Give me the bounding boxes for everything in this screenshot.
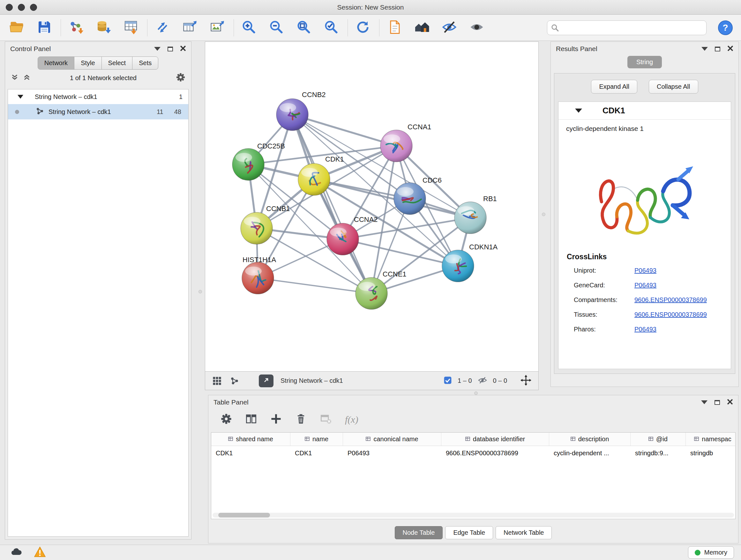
- tab-select[interactable]: Select: [102, 57, 133, 70]
- column-header-namespac[interactable]: namespac: [686, 433, 736, 446]
- network-row-selected[interactable]: String Network – cdk1 11 48: [8, 104, 188, 119]
- table-row[interactable]: CDK1CDK1P064939606.ENSP00000378699cyclin…: [211, 446, 735, 460]
- warnings-button[interactable]: [30, 546, 49, 559]
- copy-document-button[interactable]: [386, 19, 403, 37]
- network-node-CCNE1[interactable]: [355, 277, 387, 309]
- zoom-window-button[interactable]: [30, 4, 37, 11]
- tab-sets[interactable]: Sets: [132, 57, 158, 70]
- network-edge-CCNB2-CCNE1[interactable]: [292, 115, 372, 294]
- network-node-CDC6[interactable]: [394, 183, 426, 214]
- splitter-handle[interactable]: [474, 391, 478, 395]
- float-panel-icon[interactable]: [715, 400, 720, 405]
- network-node-CDK1[interactable]: [298, 164, 330, 195]
- network-collection-row[interactable]: String Network – cdk1 1: [8, 89, 188, 104]
- grid-view-icon[interactable]: [212, 376, 222, 386]
- tab-string[interactable]: String: [627, 56, 662, 68]
- close-panel-icon[interactable]: [180, 45, 186, 53]
- help-button[interactable]: ?: [718, 20, 733, 35]
- network-node-CCNA1[interactable]: [381, 130, 412, 162]
- export-image-button[interactable]: [209, 19, 226, 37]
- table-cell[interactable]: stringdb: [686, 449, 736, 457]
- tab-network[interactable]: Network: [38, 57, 74, 70]
- horizontal-scrollbar[interactable]: [212, 513, 734, 517]
- function-builder-button[interactable]: f(x): [345, 414, 358, 425]
- network-edge-CDK1-RB1[interactable]: [314, 179, 470, 218]
- network-node-CCNB1[interactable]: [241, 212, 273, 244]
- splitter-handle[interactable]: [542, 212, 545, 216]
- network-node-CCNB2[interactable]: [276, 99, 308, 131]
- crosslink-uniprot-link[interactable]: P06493: [634, 267, 657, 274]
- column-header-name[interactable]: name: [290, 433, 343, 446]
- expand-all-button[interactable]: Expand All: [591, 80, 637, 94]
- select-columns-icon[interactable]: [246, 413, 257, 426]
- close-window-button[interactable]: [6, 4, 13, 11]
- show-graphics-button[interactable]: [468, 19, 485, 37]
- tab-network-table[interactable]: Network Table: [495, 526, 552, 539]
- memory-button[interactable]: Memory: [688, 546, 734, 559]
- selected-checkbox-icon[interactable]: [444, 376, 452, 386]
- minimize-window-button[interactable]: [18, 4, 25, 11]
- close-panel-icon[interactable]: [727, 45, 733, 53]
- network-node-RB1[interactable]: [455, 202, 486, 234]
- column-header-canonical-name[interactable]: canonical name: [343, 433, 441, 446]
- import-network-file-button[interactable]: [67, 19, 84, 37]
- table-cell[interactable]: cyclin-dependent ...: [549, 449, 630, 457]
- zoom-in-button[interactable]: [240, 19, 258, 37]
- float-panel-icon[interactable]: [715, 47, 720, 51]
- open-session-button[interactable]: [8, 19, 25, 37]
- column-header--id[interactable]: @id: [630, 433, 686, 446]
- network-node-CCNA2[interactable]: [327, 223, 359, 255]
- tree-expand-icon[interactable]: [17, 95, 23, 99]
- column-header-shared-name[interactable]: shared name: [211, 433, 290, 446]
- collapse-panel-icon[interactable]: [701, 400, 708, 404]
- import-network-database-button[interactable]: [95, 19, 112, 37]
- network-node-CDKN1A[interactable]: [442, 250, 474, 282]
- network-canvas[interactable]: CCNB2CCNA1CDC25BCDK1CDC6RB1CCNB1CCNA2CDK…: [205, 42, 539, 372]
- save-session-button[interactable]: [36, 19, 53, 37]
- network-share-icon[interactable]: [230, 376, 239, 385]
- refresh-layout-button[interactable]: [354, 19, 372, 37]
- float-panel-icon[interactable]: [167, 47, 173, 51]
- export-table-button[interactable]: [181, 19, 199, 37]
- collapse-panel-icon[interactable]: [701, 47, 708, 51]
- tab-style[interactable]: Style: [74, 57, 102, 70]
- hidden-eye-slash-icon[interactable]: [478, 375, 487, 386]
- collapse-all-button[interactable]: Collapse All: [649, 80, 698, 94]
- scrollbar-thumb[interactable]: [218, 513, 270, 517]
- string-home-button[interactable]: [413, 19, 430, 37]
- column-header-description[interactable]: description: [549, 433, 630, 446]
- splitter-handle[interactable]: [199, 290, 202, 294]
- table-cell[interactable]: stringdb:9...: [630, 449, 686, 457]
- crosslink-compartments-link[interactable]: 9606.ENSP00000378699: [634, 296, 707, 304]
- column-header-database-identifier[interactable]: database identifier: [441, 433, 549, 446]
- search-input[interactable]: [547, 20, 706, 35]
- detach-view-button[interactable]: [259, 374, 273, 387]
- tab-node-table[interactable]: Node Table: [395, 526, 443, 539]
- add-column-plus-icon[interactable]: [270, 413, 282, 426]
- cloud-status-button[interactable]: [7, 546, 25, 559]
- expand-all-networks-icon[interactable]: [23, 73, 30, 82]
- hide-graphics-button[interactable]: [441, 19, 458, 37]
- table-cell[interactable]: P06493: [343, 449, 441, 457]
- table-cell[interactable]: 9606.ENSP00000378699: [441, 449, 549, 457]
- zoom-fit-button[interactable]: [295, 19, 313, 37]
- network-edge-HIST1H1A-CCNE1[interactable]: [258, 278, 372, 294]
- collapse-panel-icon[interactable]: [154, 47, 160, 51]
- network-options-gear-icon[interactable]: [176, 72, 185, 83]
- zoom-selected-button[interactable]: [323, 19, 340, 37]
- network-node-CDC25B[interactable]: [232, 148, 264, 180]
- delete-column-trash-icon[interactable]: [295, 413, 307, 426]
- section-expand-icon[interactable]: [575, 109, 582, 113]
- table-cell[interactable]: CDK1: [211, 449, 290, 457]
- close-panel-icon[interactable]: [727, 399, 733, 406]
- crosslink-genecard-link[interactable]: P06493: [634, 282, 657, 289]
- crosslink-tissues-link[interactable]: 9606.ENSP00000378699: [634, 311, 707, 318]
- new-network-from-selection-button[interactable]: [154, 19, 171, 37]
- node-details-header[interactable]: CDK1: [558, 102, 731, 120]
- crosslink-pharos-link[interactable]: P06493: [634, 326, 657, 333]
- zoom-out-button[interactable]: [268, 19, 285, 37]
- network-edge-CCNB2-CCNA1[interactable]: [292, 115, 396, 146]
- collapse-all-networks-icon[interactable]: [11, 73, 18, 82]
- tab-edge-table[interactable]: Edge Table: [445, 526, 493, 539]
- network-node-HIST1H1A[interactable]: [242, 262, 274, 294]
